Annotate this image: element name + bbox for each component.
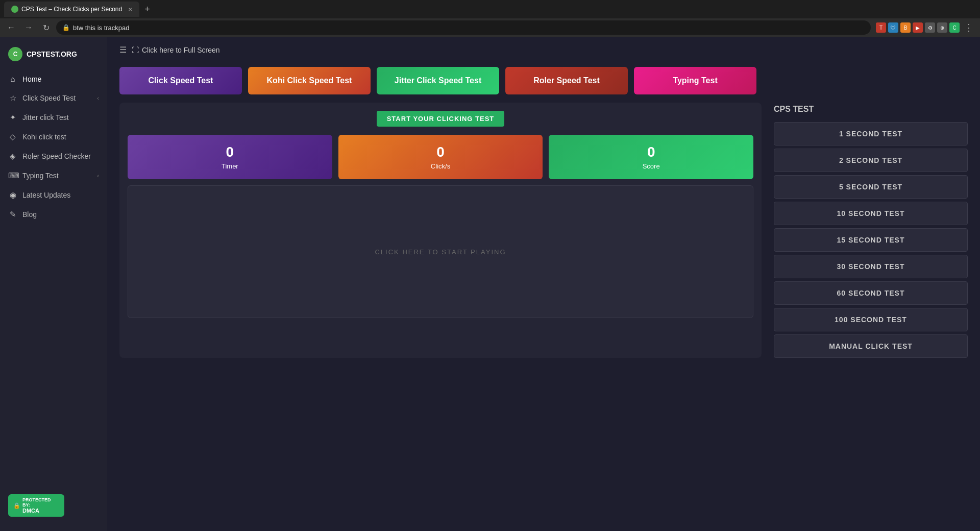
jitter-icon: ✦ <box>8 113 17 122</box>
sidebar-item-label: Typing Test <box>22 172 59 180</box>
url-text: btw this is trackpad <box>73 24 130 32</box>
tab-kohi-click-speed-test[interactable]: Kohi Click Speed Test <box>248 67 371 94</box>
header-bar: ☰ ⛶ Click here to Full Screen <box>107 37 980 63</box>
tab-jitter-click-speed-test[interactable]: Jitter Click Speed Test <box>377 67 499 94</box>
address-bar: ← → ↻ 🔒 btw this is trackpad T 🛡 B ▶ ⚙ ⊕… <box>0 18 980 37</box>
typing-icon: ⌨ <box>8 171 17 180</box>
score-value: 0 <box>555 144 747 160</box>
cps-btn-1-second[interactable]: 1 SECOND TEST <box>774 122 968 146</box>
fullscreen-button[interactable]: ⛶ Click here to Full Screen <box>132 46 220 54</box>
clicks-label: Click/s <box>345 162 537 170</box>
cps-btn-manual-click[interactable]: MANUAL CLICK TEST <box>774 334 968 358</box>
reload-button[interactable]: ↻ <box>39 20 53 35</box>
dmca-icon: 🔒 <box>13 502 20 509</box>
timer-label: Timer <box>134 162 326 170</box>
app-wrapper: C CPSTEST.ORG ⌂ Home ☆ Click Speed Test … <box>0 37 980 531</box>
sidebar-item-kohi-click[interactable]: ◇ Kohi click test <box>0 127 107 147</box>
sidebar: C CPSTEST.ORG ⌂ Home ☆ Click Speed Test … <box>0 37 107 531</box>
start-btn-wrapper: START YOUR CLICKING TEST <box>128 111 753 127</box>
dmca-text: PROTECTED BY: DMCA <box>22 497 59 514</box>
nav-tabs: Click Speed Test Kohi Click Speed Test J… <box>107 63 980 103</box>
sidebar-item-typing-test[interactable]: ⌨ Typing Test ‹ <box>0 166 107 185</box>
url-box[interactable]: 🔒 btw this is trackpad <box>56 20 871 35</box>
chevron-icon-typing: ‹ <box>97 173 99 179</box>
tab-click-speed-test[interactable]: Click Speed Test <box>119 67 242 94</box>
start-clicking-button[interactable]: START YOUR CLICKING TEST <box>377 111 505 127</box>
game-section: START YOUR CLICKING TEST 0 Timer 0 Click… <box>119 103 762 358</box>
cps-buttons-list: 1 SECOND TEST 2 SECOND TEST 5 SECOND TES… <box>774 122 968 358</box>
ext-4[interactable]: ▶ <box>913 22 923 33</box>
kohi-icon: ◇ <box>8 132 17 141</box>
dmca-badge: 🔒 PROTECTED BY: DMCA <box>0 486 107 525</box>
menu-button[interactable]: ⋮ <box>962 20 976 35</box>
fullscreen-icon: ⛶ <box>132 46 139 54</box>
sidebar-item-label: Latest Updates <box>22 191 70 199</box>
timer-value: 0 <box>134 144 326 160</box>
cps-btn-100-second[interactable]: 100 SECOND TEST <box>774 308 968 331</box>
new-tab-button[interactable]: + <box>141 3 153 16</box>
score-label: Score <box>555 162 747 170</box>
click-speed-icon: ☆ <box>8 93 17 103</box>
sidebar-item-latest-updates[interactable]: ◉ Latest Updates <box>0 185 107 205</box>
sidebar-item-blog[interactable]: ✎ Blog <box>0 205 107 224</box>
updates-icon: ◉ <box>8 190 17 200</box>
cps-btn-60-second[interactable]: 60 SECOND TEST <box>774 281 968 305</box>
sidebar-item-label: Blog <box>22 210 37 219</box>
main-content: ☰ ⛶ Click here to Full Screen Click Spee… <box>107 37 980 531</box>
game-wrapper: START YOUR CLICKING TEST 0 Timer 0 Click… <box>107 103 980 370</box>
forward-button[interactable]: → <box>21 20 36 35</box>
hamburger-icon[interactable]: ☰ <box>119 45 127 55</box>
dmca-protected-label: PROTECTED BY: <box>22 497 59 508</box>
ext-3[interactable]: B <box>900 22 911 33</box>
dmca-brand: DMCA <box>22 508 39 514</box>
tab-favicon <box>11 6 18 13</box>
stats-row: 0 Timer 0 Click/s 0 Score <box>128 135 753 179</box>
cps-btn-5-second[interactable]: 5 SECOND TEST <box>774 175 968 199</box>
sidebar-logo: C CPSTEST.ORG <box>0 43 107 69</box>
ssl-icon: 🔒 <box>62 24 70 31</box>
score-stat-box: 0 Score <box>549 135 753 179</box>
roler-icon: ◈ <box>8 152 17 161</box>
click-area-label: CLICK HERE TO START PLAYING <box>375 248 506 256</box>
sidebar-item-click-speed-test[interactable]: ☆ Click Speed Test ‹ <box>0 88 107 108</box>
logo-icon: C <box>8 47 22 61</box>
sidebar-item-roler-speed[interactable]: ◈ Roler Speed Checker <box>0 147 107 166</box>
tab-roler-speed-test[interactable]: Roler Speed Test <box>505 67 628 94</box>
cps-btn-15-second[interactable]: 15 SECOND TEST <box>774 228 968 252</box>
home-icon: ⌂ <box>8 75 17 83</box>
browser-chrome: CPS Test – Check Clicks per Second ✕ + ←… <box>0 0 980 37</box>
ext-6[interactable]: ⊕ <box>937 22 947 33</box>
sidebar-item-label: Jitter click Test <box>22 113 69 122</box>
ext-1[interactable]: T <box>876 22 886 33</box>
timer-stat-box: 0 Timer <box>128 135 332 179</box>
sidebar-item-label: Home <box>22 75 41 83</box>
extensions-bar: T 🛡 B ▶ ⚙ ⊕ C ⋮ <box>876 20 976 35</box>
clicks-value: 0 <box>345 144 537 160</box>
tab-close-btn[interactable]: ✕ <box>128 7 132 12</box>
cps-panel: CPS TEST 1 SECOND TEST 2 SECOND TEST 5 S… <box>774 103 968 358</box>
sidebar-item-label: Click Speed Test <box>22 94 76 102</box>
active-tab[interactable]: CPS Test – Check Clicks per Second ✕ <box>4 2 139 17</box>
cps-panel-title: CPS TEST <box>774 103 968 116</box>
tab-title: CPS Test – Check Clicks per Second <box>21 6 122 13</box>
cps-btn-30-second[interactable]: 30 SECOND TEST <box>774 255 968 278</box>
click-area[interactable]: CLICK HERE TO START PLAYING <box>128 185 753 318</box>
sidebar-item-label: Kohi click test <box>22 133 66 141</box>
sidebar-item-home[interactable]: ⌂ Home <box>0 69 107 88</box>
cps-btn-10-second[interactable]: 10 SECOND TEST <box>774 202 968 225</box>
clicks-stat-box: 0 Click/s <box>338 135 543 179</box>
cps-btn-2-second[interactable]: 2 SECOND TEST <box>774 149 968 172</box>
ext-7[interactable]: C <box>949 22 960 33</box>
tab-typing-test[interactable]: Typing Test <box>634 67 756 94</box>
blog-icon: ✎ <box>8 210 17 219</box>
fullscreen-label: Click here to Full Screen <box>142 46 220 54</box>
dmca-box: 🔒 PROTECTED BY: DMCA <box>8 494 64 517</box>
ext-2[interactable]: 🛡 <box>888 22 898 33</box>
logo-text: CPSTEST.ORG <box>27 50 77 58</box>
sidebar-item-jitter-click[interactable]: ✦ Jitter click Test <box>0 108 107 127</box>
back-button[interactable]: ← <box>4 20 18 35</box>
tab-bar: CPS Test – Check Clicks per Second ✕ + <box>0 0 980 18</box>
sidebar-item-label: Roler Speed Checker <box>22 152 91 160</box>
chevron-icon: ‹ <box>97 95 99 101</box>
ext-5[interactable]: ⚙ <box>925 22 935 33</box>
